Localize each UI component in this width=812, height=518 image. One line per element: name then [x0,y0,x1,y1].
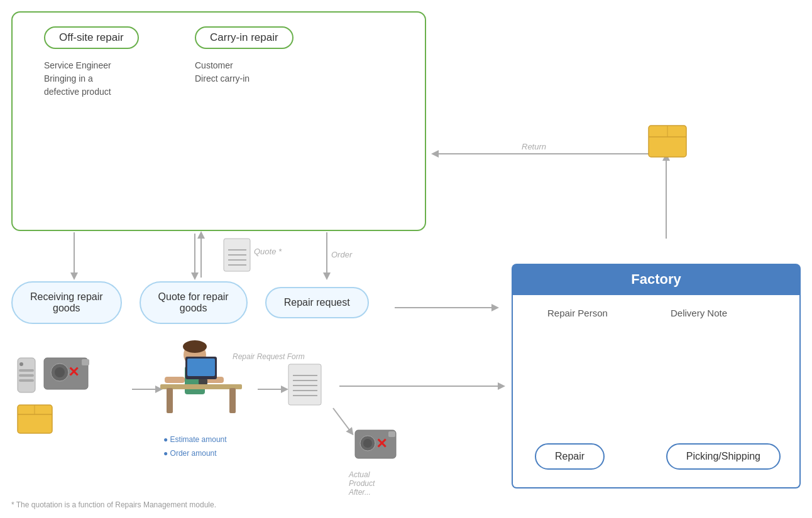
receiving-label: Receiving repairgoods [30,291,103,313]
svg-text:✕: ✕ [68,364,79,380]
svg-text:Order: Order [331,250,353,259]
svg-rect-42 [355,430,396,458]
diagram-container: Quote * Order Return Repair Request Form [0,0,812,518]
repair-request-box: Repair request [265,287,369,318]
svg-text:Actual: Actual [348,470,370,479]
svg-text:✕: ✕ [376,436,387,451]
offsite-repair-button[interactable]: Off-site repair [44,26,139,49]
svg-point-82 [183,340,207,353]
svg-rect-45 [388,431,395,437]
svg-point-81 [184,343,206,366]
svg-rect-85 [205,377,224,383]
quote-label: Quote for repairgoods [158,291,229,313]
svg-rect-28 [44,358,88,389]
svg-rect-23 [18,358,35,392]
svg-point-29 [51,364,69,381]
svg-rect-33 [18,405,52,433]
order-list-item: ● Order amount [163,447,227,461]
picking-shipping-button[interactable]: Picking/Shipping [666,443,781,470]
footnote: * The quotation is a function of Repairs… [11,500,216,509]
estimate-order-list: ● Estimate amount ● Order amount [163,433,227,460]
factory-title: Factory [631,271,681,287]
picking-btn-label: Picking/Shipping [686,451,760,461]
svg-rect-86 [160,384,242,389]
svg-text:Product: Product [349,479,375,488]
estimate-list-item: ● Estimate amount [163,433,227,447]
svg-text:Quote *: Quote * [254,247,282,256]
factory-header: Factory [512,264,801,295]
factory-body: Repair Person Delivery Note Repair Picki… [512,295,801,488]
svg-rect-25 [19,369,34,372]
svg-rect-91 [199,379,207,384]
footnote-text: * The quotation is a function of Repairs… [11,500,216,509]
svg-point-30 [55,367,65,377]
svg-text:After...: After... [348,488,371,497]
carryin-description: CustomerDirect carry-in [195,59,250,85]
receiving-repair-goods-box: Receiving repairgoods [11,281,122,324]
carryin-label: Carry-in repair [210,31,278,43]
svg-rect-36 [288,364,321,405]
svg-rect-26 [19,374,34,377]
svg-line-20 [333,408,352,433]
top-repair-types-box: Off-site repair Carry-in repair Service … [11,11,426,231]
svg-rect-87 [167,388,173,413]
svg-rect-7 [224,239,250,271]
repair-btn-label: Repair [555,451,584,461]
quote-repair-goods-box: Quote for repairgoods [140,281,248,324]
svg-rect-27 [19,379,34,382]
carryin-repair-button[interactable]: Carry-in repair [195,26,294,49]
svg-rect-90 [187,359,215,376]
svg-rect-31 [82,359,89,365]
svg-text:Return: Return [522,142,546,151]
repair-button[interactable]: Repair [535,443,605,470]
offsite-description: Service EngineerBringing in adefective p… [44,59,111,99]
factory-box: Factory Repair Person Delivery Note Repa… [512,264,801,490]
svg-rect-89 [185,357,217,379]
svg-point-43 [360,436,375,451]
offsite-label: Off-site repair [59,31,124,43]
delivery-note-label: Delivery Note [671,308,727,318]
repair-request-label: Repair request [284,297,350,308]
svg-rect-50 [649,126,686,157]
repair-person-label: Repair Person [547,308,608,318]
svg-text:Repair Request Form: Repair Request Form [233,352,305,361]
svg-rect-84 [165,377,185,383]
svg-rect-83 [185,366,205,394]
svg-rect-88 [229,388,236,413]
svg-point-24 [19,362,23,366]
svg-point-44 [363,439,372,448]
